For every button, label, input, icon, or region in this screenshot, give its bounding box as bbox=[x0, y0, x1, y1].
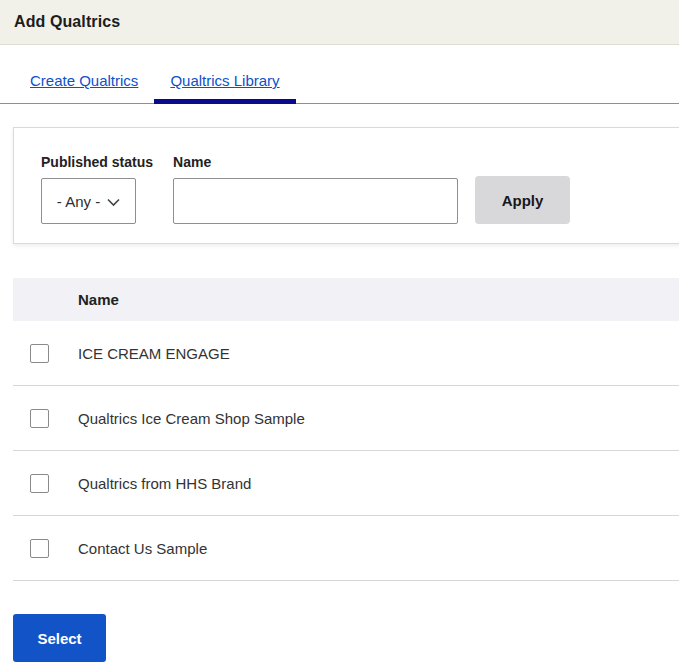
table-row: Qualtrics Ice Cream Shop Sample bbox=[13, 386, 679, 451]
row-checkbox[interactable] bbox=[30, 539, 49, 558]
row-name: Contact Us Sample bbox=[78, 540, 207, 557]
row-name: ICE CREAM ENGAGE bbox=[78, 345, 230, 362]
published-status-group: Published status - Any - bbox=[41, 154, 153, 224]
table-row: ICE CREAM ENGAGE bbox=[13, 321, 679, 386]
name-filter-input[interactable] bbox=[173, 178, 458, 224]
tab-qualtrics-library[interactable]: Qualtrics Library bbox=[154, 72, 295, 103]
tab-create-qualtrics[interactable]: Create Qualtrics bbox=[14, 72, 154, 103]
name-filter-group: Name bbox=[153, 154, 458, 224]
row-checkbox[interactable] bbox=[30, 409, 49, 428]
table-row: Qualtrics from HHS Brand bbox=[13, 451, 679, 516]
apply-button[interactable]: Apply bbox=[475, 176, 570, 224]
page-title: Add Qualtrics bbox=[14, 13, 120, 31]
row-checkbox[interactable] bbox=[30, 344, 49, 363]
table-row: Contact Us Sample bbox=[13, 516, 679, 581]
qualtrics-table: Name ICE CREAM ENGAGE Qualtrics Ice Crea… bbox=[13, 278, 679, 581]
row-checkbox[interactable] bbox=[30, 474, 49, 493]
published-status-value: - Any - bbox=[57, 193, 100, 210]
column-header-name: Name bbox=[78, 291, 119, 308]
row-name: Qualtrics from HHS Brand bbox=[78, 475, 251, 492]
row-name: Qualtrics Ice Cream Shop Sample bbox=[78, 410, 305, 427]
name-filter-label: Name bbox=[173, 154, 458, 170]
dialog-header: Add Qualtrics bbox=[0, 0, 679, 45]
published-status-select[interactable]: - Any - bbox=[41, 178, 136, 224]
published-status-label: Published status bbox=[41, 154, 153, 170]
select-button[interactable]: Select bbox=[13, 614, 106, 662]
table-header-row: Name bbox=[13, 278, 679, 321]
filters-panel: Published status - Any - Name Apply bbox=[13, 127, 679, 244]
chevron-down-icon bbox=[107, 193, 120, 210]
tabs-nav: Create Qualtrics Qualtrics Library bbox=[0, 45, 679, 104]
